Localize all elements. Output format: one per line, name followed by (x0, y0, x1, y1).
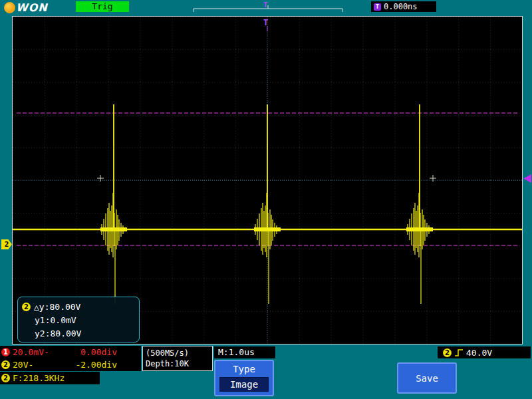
waveform-plot: T (13, 17, 522, 344)
trigger-t-icon: T (374, 3, 381, 11)
trigger-level-value: 40.0V (466, 348, 492, 358)
horizontal-position-ruler: T (188, 0, 348, 13)
channel2-badge: 2 (1, 374, 10, 382)
channel2-settings-row: 2 20V- -2.00div (0, 358, 141, 371)
trigger-status-indicator: Trig (76, 1, 129, 12)
trigger-time-value: 0.000ns (384, 2, 418, 11)
owon-logo: WON (4, 1, 48, 14)
channel1-scale: 20.0mV- (13, 347, 49, 357)
timebase-readout: M:1.0us (214, 346, 275, 358)
cursor-delta-y-value: △y:80.00V (34, 302, 80, 312)
channel2-badge: 2 (22, 303, 31, 311)
channel2-offset: -2.00div (75, 360, 136, 370)
channel-settings-panel: 1 20.0mV- 0.00div 2 20V- -2.00div (0, 346, 141, 371)
memory-depth-value: Depth:10K (146, 359, 212, 368)
sample-rate-value: (500MS/s) (146, 348, 212, 358)
trigger-time-readout: T 0.000ns (371, 1, 436, 12)
trigger-level-readout: 2 40.0V (438, 346, 531, 358)
trigger-level-arrow-icon[interactable] (523, 174, 531, 183)
frequency-readout: 2 F:218.3KHz (0, 372, 100, 384)
channel1-badge: 1 (1, 348, 10, 356)
channel2-scale: 20V- (13, 360, 33, 370)
save-button-label: Save (416, 373, 438, 384)
cursor-measurement-panel: 2 △y:80.00V y1:0.0mV y2:80.00V (17, 297, 140, 342)
rising-edge-icon (454, 348, 464, 358)
cursor-y2-value: y2:80.00V (35, 329, 81, 338)
ruler-trigger-position-marker: T (263, 1, 268, 9)
frequency-value: F:218.3KHz (13, 373, 65, 383)
channel1-settings-row: 1 20.0mV- 0.00div (0, 346, 141, 358)
type-button[interactable]: Type Image (214, 360, 274, 396)
oscilloscope-screen: WON Trig T T 0.000ns (0, 0, 532, 399)
channel1-offset: 0.00div (80, 347, 136, 357)
acquisition-info-panel: (500MS/s) Depth:10K (142, 346, 213, 371)
brand-text: WON (16, 1, 48, 14)
owon-logo-icon (4, 2, 15, 13)
channel2-badge: 2 (1, 360, 10, 369)
cursor-y1-value: y1:0.0mV (35, 315, 76, 325)
type-button-value: Image (219, 377, 269, 392)
save-button[interactable]: Save (397, 362, 457, 394)
channel2-position-marker[interactable]: 2 (1, 239, 12, 249)
graticule-area: T (12, 16, 523, 344)
trigger-position-t-marker: T (263, 18, 268, 27)
channel2-badge: 2 (443, 348, 452, 357)
type-button-label: Type (215, 364, 273, 374)
